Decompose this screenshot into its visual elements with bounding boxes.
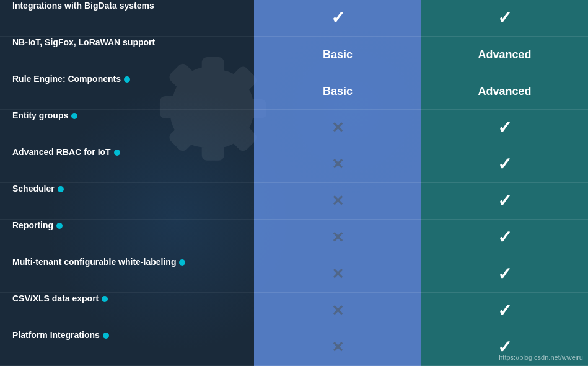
basic-cross-icon: ✕ <box>331 267 344 282</box>
advanced-check-icon: ✓ <box>498 229 512 246</box>
basic-cell: ✕ <box>254 220 421 256</box>
info-dot <box>114 150 120 156</box>
basic-cell: ✕ <box>254 146 421 183</box>
feature-row: CSV/XLS data export <box>0 293 254 329</box>
comparison-table: Integrations with BigData systemsNB-IoT,… <box>0 0 588 366</box>
feature-label: CSV/XLS data export <box>12 293 108 303</box>
basic-cross-icon: ✕ <box>331 120 344 135</box>
info-dot <box>56 223 63 229</box>
feature-label: Advanced RBAC for IoT <box>12 147 120 157</box>
basic-cross-icon: ✕ <box>331 230 344 245</box>
advanced-text-value: Advanced <box>478 48 531 61</box>
basic-text-value: Basic <box>323 85 353 98</box>
basic-cross-icon: ✕ <box>331 303 344 318</box>
basic-cell: ✓ <box>254 0 421 37</box>
basic-cell: Basic <box>254 73 421 110</box>
advanced-check-icon: ✓ <box>498 302 512 319</box>
advanced-cell: Advanced <box>421 37 588 73</box>
feature-row: Platform Integrations <box>0 329 254 366</box>
info-dot <box>71 113 77 119</box>
advanced-cell: ✓ <box>421 146 588 183</box>
basic-cross-icon: ✕ <box>331 340 344 355</box>
info-dot <box>103 333 109 339</box>
advanced-column: ✓AdvancedAdvanced✓✓✓✓✓✓✓ <box>421 0 588 366</box>
advanced-cell: ✓ <box>421 183 588 220</box>
info-dot <box>179 259 185 266</box>
feature-label: Integrations with BigData systems <box>12 1 154 11</box>
feature-label: Rule Engine: Components <box>12 74 130 84</box>
basic-cell: ✕ <box>254 110 421 146</box>
feature-label: Scheduler <box>12 184 64 194</box>
basic-cell: ✕ <box>254 293 421 329</box>
info-dot <box>102 296 108 302</box>
advanced-cell: ✓ <box>421 220 588 256</box>
advanced-cell: ✓ <box>421 110 588 146</box>
advanced-cell: ✓ <box>421 293 588 329</box>
advanced-check-icon: ✓ <box>498 266 512 283</box>
feature-row: Entity groups <box>0 110 254 146</box>
feature-label: Multi-tenant configurable white-labeling <box>12 257 185 267</box>
advanced-check-icon: ✓ <box>498 192 512 210</box>
features-column: Integrations with BigData systemsNB-IoT,… <box>0 0 254 366</box>
feature-row: Scheduler <box>0 183 254 220</box>
feature-label: NB-IoT, SigFox, LoRaWAN support <box>12 37 155 47</box>
feature-row: Multi-tenant configurable white-labeling <box>0 256 254 293</box>
basic-text-value: Basic <box>323 48 353 61</box>
feature-label: Platform Integrations <box>12 330 109 340</box>
basic-cell: ✕ <box>254 183 421 220</box>
basic-cell: ✕ <box>254 256 421 293</box>
basic-cell: ✕ <box>254 329 421 366</box>
advanced-cell: ✓ <box>421 256 588 293</box>
basic-cell: Basic <box>254 37 421 73</box>
basic-cross-icon: ✕ <box>331 194 344 208</box>
basic-cross-icon: ✕ <box>331 157 344 172</box>
feature-label: Reporting <box>12 220 63 230</box>
advanced-cell: ✓ <box>421 0 588 37</box>
advanced-text-value: Advanced <box>478 85 531 98</box>
info-dot <box>124 76 130 83</box>
feature-label: Entity groups <box>12 110 77 120</box>
feature-row: NB-IoT, SigFox, LoRaWAN support <box>0 37 254 73</box>
advanced-check-icon: ✓ <box>498 9 512 27</box>
info-dot <box>58 186 64 192</box>
feature-row: Rule Engine: Components <box>0 73 254 110</box>
feature-row: Advanced RBAC for IoT <box>0 146 254 183</box>
basic-column: ✓BasicBasic✕✕✕✕✕✕✕ <box>254 0 421 366</box>
watermark: https://blog.csdn.net/wweiru <box>499 354 583 361</box>
advanced-check-icon: ✓ <box>498 119 512 136</box>
advanced-check-icon: ✓ <box>498 156 512 173</box>
basic-check-icon: ✓ <box>331 9 345 27</box>
advanced-cell: Advanced <box>421 73 588 110</box>
feature-row: Integrations with BigData systems <box>0 0 254 37</box>
feature-row: Reporting <box>0 220 254 256</box>
